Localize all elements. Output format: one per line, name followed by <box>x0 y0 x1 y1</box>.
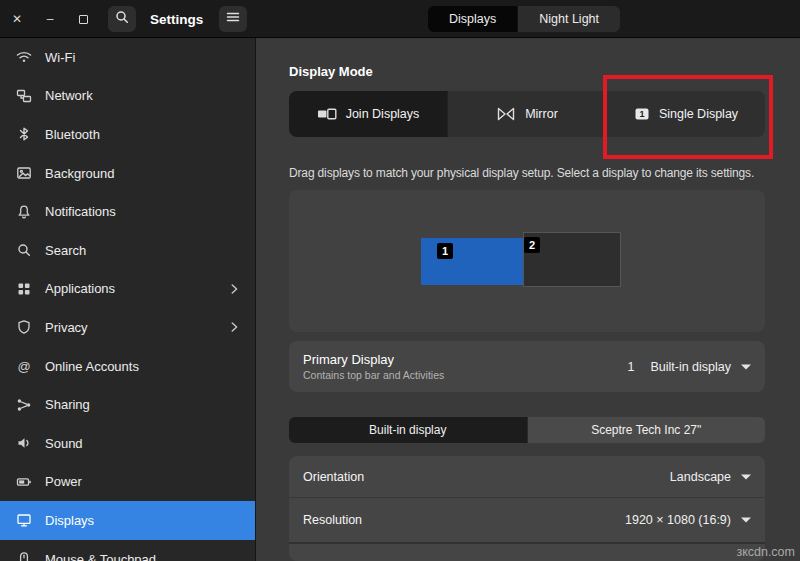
primary-display-value: Built-in display <box>650 360 731 374</box>
sidebar-item-label: Search <box>45 243 86 258</box>
resolution-row[interactable]: Resolution 1920 × 1080 (16:9) <box>289 497 765 542</box>
sidebar-item-label: Online Accounts <box>45 359 139 374</box>
sidebar-item-online-accounts[interactable]: @ Online Accounts <box>0 347 255 386</box>
sidebar-item-mouse-touchpad[interactable]: Mouse & Touchpad <box>0 540 255 561</box>
mode-button-label: Join Displays <box>346 107 420 121</box>
monitor-1-badge: 1 <box>437 243 453 259</box>
network-icon <box>16 88 32 104</box>
hamburger-icon <box>225 9 241 29</box>
sidebar-item-label: Wi-Fi <box>45 50 75 65</box>
sidebar-item-notifications[interactable]: Notifications <box>0 192 255 231</box>
display-mode-heading: Display Mode <box>289 64 373 79</box>
display-mode-segmented-control: Join Displays Mirror 1 Single Display <box>289 91 765 137</box>
chevron-right-icon <box>227 282 241 296</box>
resolution-dropdown[interactable]: 1920 × 1080 (16:9) <box>625 513 751 527</box>
wifi-icon <box>16 49 32 65</box>
search-button[interactable] <box>108 6 136 32</box>
titlebar: ✕ – Settings Displays Night Light <box>0 0 800 38</box>
tab-sceptre-display[interactable]: Sceptre Tech Inc 27" <box>527 417 766 443</box>
sidebar-item-wifi[interactable]: Wi-Fi <box>0 38 255 77</box>
sidebar-item-label: Mouse & Touchpad <box>45 552 156 561</box>
watermark: зксdn.com <box>736 545 795 559</box>
speaker-icon <box>16 435 32 451</box>
monitor-1[interactable]: 1 <box>421 238 523 285</box>
display-arrangement-area: 1 2 <box>289 190 765 332</box>
resolution-value: 1920 × 1080 (16:9) <box>625 513 731 527</box>
resolution-label: Resolution <box>303 513 362 527</box>
window-title: Settings <box>150 0 203 38</box>
background-icon <box>16 165 32 181</box>
orientation-row[interactable]: Orientation Landscape <box>289 456 765 497</box>
sidebar-item-displays[interactable]: Displays <box>0 501 255 540</box>
drag-displays-hint: Drag displays to match your physical dis… <box>289 166 794 180</box>
primary-display-number: 1 <box>627 360 634 374</box>
partial-row[interactable] <box>289 542 765 561</box>
sidebar-item-label: Power <box>45 474 82 489</box>
display-selector-tabs: Built-in display Sceptre Tech Inc 27" <box>289 417 765 443</box>
minimize-button[interactable]: – <box>39 8 61 30</box>
primary-display-subtitle: Contains top bar and Activities <box>303 369 444 381</box>
sidebar-item-search[interactable]: Search <box>0 231 255 270</box>
settings-window: { "window": { "title": "Settings", "clos… <box>0 0 800 561</box>
sidebar-item-sharing[interactable]: Sharing <box>0 385 255 424</box>
sidebar-item-applications[interactable]: Applications <box>0 270 255 309</box>
sidebar-item-label: Background <box>45 166 114 181</box>
orientation-label: Orientation <box>303 470 364 484</box>
single-display-icon: 1 <box>634 106 650 122</box>
join-displays-icon <box>317 106 337 122</box>
close-button[interactable]: ✕ <box>6 8 28 30</box>
sidebar-item-background[interactable]: Background <box>0 154 255 193</box>
privacy-shield-icon <box>16 319 32 335</box>
sharing-icon <box>16 397 32 413</box>
mouse-icon <box>16 551 32 561</box>
bell-icon <box>16 204 32 220</box>
battery-icon <box>16 474 32 490</box>
sidebar-item-sound[interactable]: Sound <box>0 424 255 463</box>
mode-button-label: Single Display <box>659 107 738 121</box>
mirror-icon <box>496 106 516 122</box>
chevron-down-icon <box>741 364 751 374</box>
mirror-button[interactable]: Mirror <box>447 91 606 137</box>
orientation-dropdown[interactable]: Landscape <box>670 470 751 484</box>
online-accounts-icon: @ <box>16 358 32 374</box>
sidebar-item-label: Applications <box>45 281 115 296</box>
sidebar-item-network[interactable]: Network <box>0 77 255 116</box>
sidebar-item-power[interactable]: Power <box>0 463 255 502</box>
monitor-2[interactable]: 2 <box>523 232 621 287</box>
sidebar-item-label: Privacy <box>45 320 88 335</box>
sidebar: Wi-Fi Network Bluetooth Background Notif… <box>0 38 256 561</box>
magnifier-icon <box>16 242 32 258</box>
sidebar-item-label: Sound <box>45 436 83 451</box>
tab-night-light[interactable]: Night Light <box>517 6 620 32</box>
menu-button[interactable] <box>219 6 247 32</box>
tab-built-in-display[interactable]: Built-in display <box>289 417 527 443</box>
sidebar-item-privacy[interactable]: Privacy <box>0 308 255 347</box>
window-controls: ✕ – <box>6 0 94 38</box>
orientation-value: Landscape <box>670 470 731 484</box>
search-icon <box>114 9 130 29</box>
sidebar-item-label: Notifications <box>45 204 116 219</box>
bluetooth-icon <box>16 126 32 142</box>
primary-display-text: Primary Display Contains top bar and Act… <box>303 352 444 381</box>
displays-panel: Display Mode Join Displays Mirror 1 Sing… <box>256 38 800 561</box>
svg-text:1: 1 <box>639 109 644 119</box>
primary-display-title: Primary Display <box>303 352 444 367</box>
single-display-button[interactable]: 1 Single Display <box>606 91 765 137</box>
mode-button-label: Mirror <box>525 107 558 121</box>
sidebar-item-label: Displays <box>45 513 94 528</box>
primary-display-dropdown[interactable]: 1 Built-in display <box>627 360 751 374</box>
join-displays-button[interactable]: Join Displays <box>289 91 447 137</box>
sidebar-item-label: Bluetooth <box>45 127 100 142</box>
display-settings-card: Orientation Landscape Resolution 1920 × … <box>289 456 765 561</box>
chevron-right-icon <box>227 320 241 334</box>
maximize-icon <box>79 15 88 24</box>
primary-display-row[interactable]: Primary Display Contains top bar and Act… <box>289 341 765 392</box>
chevron-down-icon <box>741 518 751 528</box>
chevron-down-icon <box>741 474 751 484</box>
maximize-button[interactable] <box>72 8 94 30</box>
tab-displays[interactable]: Displays <box>428 6 517 32</box>
sidebar-item-bluetooth[interactable]: Bluetooth <box>0 115 255 154</box>
monitor-2-badge: 2 <box>524 237 540 253</box>
sidebar-item-label: Network <box>45 88 93 103</box>
svg-text:@: @ <box>17 359 30 374</box>
